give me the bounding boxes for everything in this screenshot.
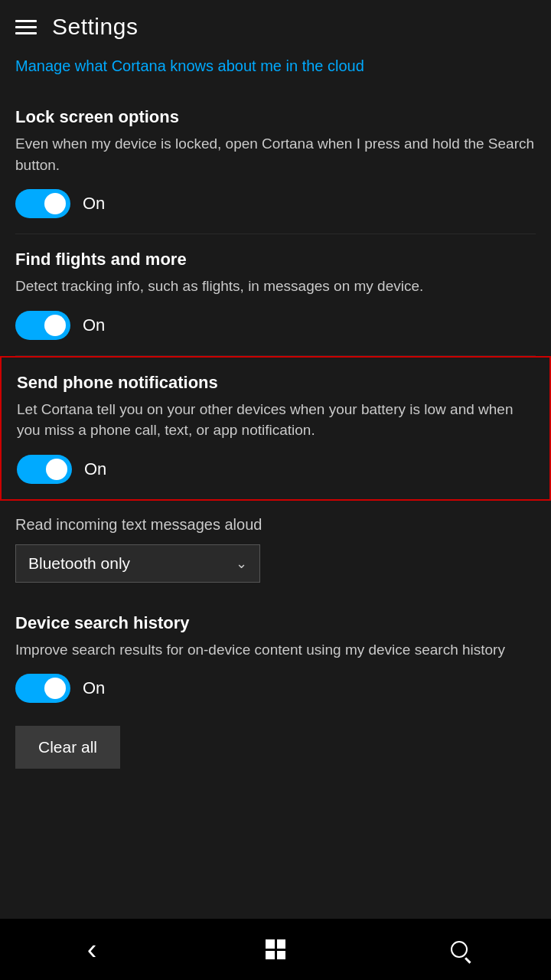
device-search-desc: Improve search results for on-device con…: [15, 639, 536, 661]
hamburger-icon[interactable]: [15, 20, 37, 34]
home-button[interactable]: [253, 926, 298, 972]
lock-screen-desc: Even when my device is locked, open Cort…: [15, 133, 536, 175]
find-flights-desc: Detect tracking info, such as flights, i…: [15, 276, 536, 297]
page-title: Settings: [52, 14, 138, 40]
device-search-section: Device search history Improve search res…: [15, 598, 536, 719]
search-icon: [451, 941, 468, 958]
read-messages-section: Read incoming text messages aloud Blueto…: [15, 501, 536, 598]
clear-all-button[interactable]: Clear all: [15, 726, 120, 769]
find-flights-toggle-row: On: [15, 311, 536, 340]
device-search-toggle-label: On: [83, 678, 105, 698]
find-flights-toggle[interactable]: [15, 311, 70, 340]
dropdown-value: Bluetooth only: [28, 554, 130, 573]
device-search-toggle-row: On: [15, 674, 536, 703]
nav-bar: [0, 919, 551, 980]
chevron-down-icon: ⌄: [236, 555, 247, 572]
read-messages-dropdown[interactable]: Bluetooth only ⌄: [15, 544, 260, 583]
lock-screen-title: Lock screen options: [15, 107, 536, 127]
header: Settings: [0, 0, 551, 47]
phone-notifications-title: Send phone notifications: [17, 373, 534, 393]
phone-notifications-toggle[interactable]: [17, 455, 72, 484]
cloud-link[interactable]: Manage what Cortana knows about me in th…: [15, 47, 536, 92]
lock-screen-toggle[interactable]: [15, 189, 70, 218]
find-flights-title: Find flights and more: [15, 250, 536, 270]
device-search-title: Device search history: [15, 613, 536, 633]
phone-notifications-section: Send phone notifications Let Cortana tel…: [0, 356, 551, 501]
phone-notifications-toggle-label: On: [84, 459, 106, 479]
search-button[interactable]: [436, 926, 482, 972]
read-messages-label: Read incoming text messages aloud: [15, 516, 536, 534]
find-flights-section: Find flights and more Detect tracking in…: [15, 234, 536, 356]
back-button[interactable]: [69, 926, 115, 972]
phone-notifications-desc: Let Cortana tell you on your other devic…: [17, 399, 534, 441]
lock-screen-section: Lock screen options Even when my device …: [15, 92, 536, 234]
back-icon: [87, 933, 97, 966]
lock-screen-toggle-row: On: [15, 189, 536, 218]
windows-icon: [266, 939, 285, 959]
find-flights-toggle-label: On: [83, 315, 105, 335]
settings-content: Manage what Cortana knows about me in th…: [0, 47, 551, 919]
phone-notifications-toggle-row: On: [17, 455, 534, 484]
lock-screen-toggle-label: On: [83, 194, 105, 214]
device-search-toggle[interactable]: [15, 674, 70, 703]
